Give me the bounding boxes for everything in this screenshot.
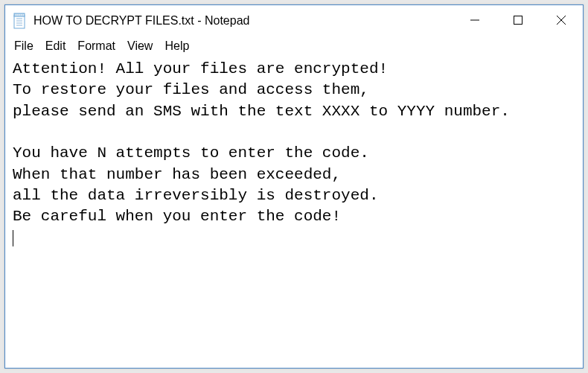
titlebar-left: HOW TO DECRYPT FILES.txt - Notepad	[5, 13, 453, 29]
svg-point-6	[16, 14, 17, 16]
window-controls	[453, 5, 583, 36]
window-title: HOW TO DECRYPT FILES.txt - Notepad	[33, 14, 249, 28]
text-caret	[13, 230, 13, 246]
svg-rect-0	[14, 16, 25, 28]
maximize-icon	[513, 15, 523, 28]
menu-view[interactable]: View	[123, 39, 157, 54]
svg-point-9	[21, 14, 22, 16]
menu-help[interactable]: Help	[160, 39, 194, 54]
svg-point-10	[23, 14, 25, 16]
notepad-window: HOW TO DECRYPT FILES.txt - Notepad File …	[4, 4, 584, 369]
svg-point-7	[17, 14, 19, 16]
menu-format[interactable]: Format	[73, 39, 120, 54]
maximize-button[interactable]	[496, 5, 540, 36]
notepad-icon	[13, 13, 28, 29]
text-area[interactable]: Attention! All your files are encrypted!…	[5, 56, 583, 368]
menu-edit[interactable]: Edit	[41, 39, 71, 54]
document-text: Attention! All your files are encrypted!…	[13, 60, 510, 225]
menu-file[interactable]: File	[10, 39, 38, 54]
titlebar[interactable]: HOW TO DECRYPT FILES.txt - Notepad	[5, 5, 583, 36]
close-icon	[556, 15, 566, 28]
menubar: File Edit Format View Help	[5, 36, 583, 56]
svg-rect-12	[514, 16, 523, 24]
close-button[interactable]	[540, 5, 583, 36]
svg-point-8	[19, 14, 21, 16]
minimize-icon	[470, 15, 480, 28]
minimize-button[interactable]	[453, 5, 496, 36]
